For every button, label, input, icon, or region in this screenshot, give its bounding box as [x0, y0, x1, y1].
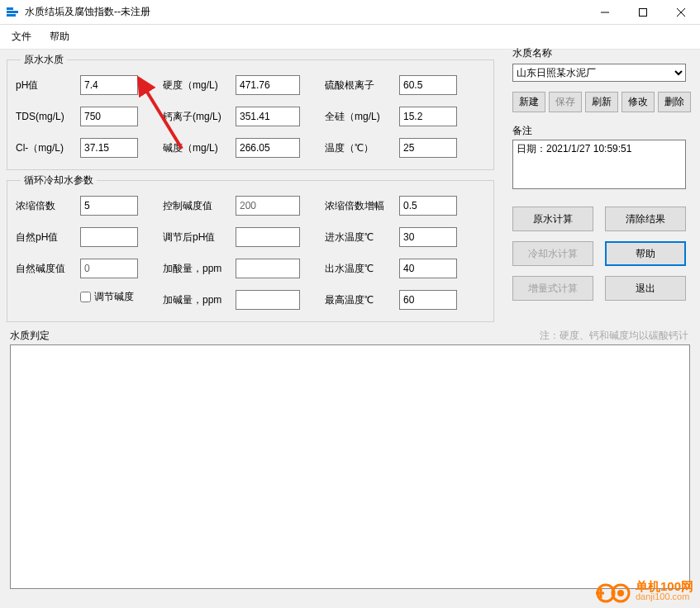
cool-calc-button[interactable]: 冷却水计算 — [512, 241, 593, 266]
exit-button[interactable]: 退出 — [605, 276, 686, 301]
right-panel: 水质名称 山东日照某水泥厂 新建 保存 刷新 修改 删除 备注 原水计算 清除结… — [512, 46, 691, 301]
ca-input[interactable] — [236, 107, 300, 126]
temp-input[interactable] — [399, 138, 457, 158]
clear-result-button[interactable]: 清除结果 — [605, 207, 686, 231]
alk-label: 碱度（mg/L) — [163, 141, 236, 155]
refresh-button[interactable]: 刷新 — [585, 92, 618, 112]
judgment-output-box — [10, 344, 690, 589]
tout-input[interactable] — [399, 259, 457, 278]
acid-label: 加酸量，ppm — [163, 262, 236, 276]
group-raw-water: 原水水质 pH值 TDS(mg/L) Cl-（mg/L) 硬度（mg/L) 钙离… — [7, 53, 494, 170]
menu-help[interactable]: 帮助 — [46, 28, 73, 45]
natalk-input[interactable] — [80, 259, 138, 278]
si-label: 全硅（mg/L) — [325, 110, 399, 124]
tds-label: TDS(mg/L) — [16, 111, 80, 122]
concinc-label: 浓缩倍数增幅 — [325, 199, 399, 213]
hardness-input[interactable] — [236, 75, 300, 95]
maximize-button[interactable] — [624, 0, 662, 25]
save-button[interactable]: 保存 — [549, 92, 582, 112]
acid-input[interactable] — [236, 259, 300, 278]
judgment-label: 水质判定 — [10, 329, 50, 343]
svg-point-7 — [617, 590, 624, 596]
minimize-button[interactable] — [586, 0, 624, 25]
si-input[interactable] — [399, 107, 457, 126]
titlebar: 水质结垢及腐蚀指数--未注册 — [0, 0, 700, 25]
remark-textarea[interactable] — [512, 140, 686, 189]
close-button[interactable] — [662, 0, 700, 25]
natph-input[interactable] — [80, 227, 138, 247]
temp-label: 温度（℃） — [325, 141, 399, 155]
base-label: 加碱量，ppm — [163, 293, 236, 307]
delete-button[interactable]: 删除 — [658, 92, 691, 112]
ctlalk-label: 控制碱度值 — [163, 199, 236, 213]
natph-label: 自然pH值 — [16, 230, 80, 245]
ph-label: pH值 — [16, 78, 80, 93]
natalk-label: 自然碱度值 — [16, 262, 80, 276]
concinc-input[interactable] — [399, 196, 457, 216]
new-button[interactable]: 新建 — [512, 92, 545, 112]
so4-input[interactable] — [399, 75, 457, 95]
adjph-label: 调节后pH值 — [163, 230, 236, 245]
adjph-input[interactable] — [236, 227, 300, 247]
watermark: 单机100网 danji100.com — [596, 578, 693, 603]
conc-input[interactable] — [80, 196, 138, 216]
alk-input[interactable] — [236, 138, 300, 158]
group-cooling-water: 循环冷却水参数 浓缩倍数 自然pH值 自然碱度值 调节碱度 控制碱度值 调节后p… — [7, 173, 494, 322]
tin-label: 进水温度℃ — [325, 230, 399, 245]
watermark-line2: danji100.com — [636, 592, 693, 601]
adjalk-checkbox[interactable] — [80, 292, 91, 302]
group-raw-legend: 原水水质 — [21, 53, 67, 67]
watermark-line1: 单机100网 — [636, 580, 693, 592]
tin-input[interactable] — [399, 227, 457, 247]
svg-rect-1 — [640, 8, 647, 16]
adjalk-label: 调节碱度 — [94, 290, 134, 304]
window-title: 水质结垢及腐蚀指数--未注册 — [25, 5, 586, 19]
modify-button[interactable]: 修改 — [621, 92, 655, 112]
base-input[interactable] — [236, 290, 300, 310]
remark-label: 备注 — [512, 124, 691, 138]
ctlalk-input[interactable] — [236, 196, 300, 216]
water-name-select[interactable]: 山东日照某水泥厂 — [512, 64, 686, 82]
tmax-input[interactable] — [399, 290, 457, 310]
menu-file[interactable]: 文件 — [8, 28, 35, 45]
group-cooling-legend: 循环冷却水参数 — [21, 173, 97, 188]
so4-label: 硫酸根离子 — [325, 78, 399, 93]
cl-label: Cl-（mg/L) — [16, 141, 80, 155]
tmax-label: 最高温度℃ — [325, 293, 399, 307]
ph-input[interactable] — [80, 75, 138, 95]
tout-label: 出水温度℃ — [325, 262, 399, 276]
water-name-label: 水质名称 — [512, 46, 691, 60]
raw-calc-button[interactable]: 原水计算 — [512, 207, 593, 231]
ca-label: 钙离子(mg/L) — [163, 110, 236, 124]
watermark-logo-icon — [596, 578, 631, 603]
judgment-section: 水质判定 注：硬度、钙和碱度均以碳酸钙计 — [7, 329, 693, 589]
cl-input[interactable] — [80, 138, 138, 158]
inc-calc-button[interactable]: 增量式计算 — [512, 276, 593, 301]
conc-label: 浓缩倍数 — [16, 199, 80, 213]
tds-input[interactable] — [80, 107, 138, 126]
app-icon — [7, 7, 20, 17]
help-button[interactable]: 帮助 — [605, 241, 686, 266]
hardness-label: 硬度（mg/L) — [163, 78, 236, 93]
judgment-note: 注：硬度、钙和碱度均以碳酸钙计 — [540, 329, 688, 343]
